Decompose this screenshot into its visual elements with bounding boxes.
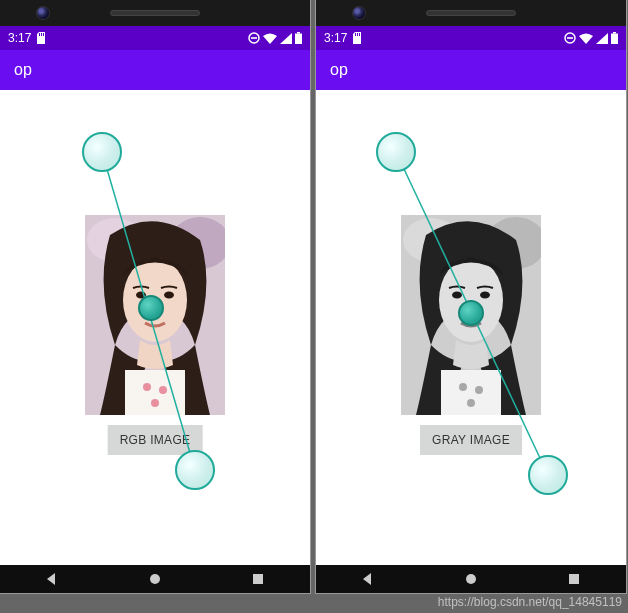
handle-circle-top[interactable] <box>82 132 122 172</box>
svg-point-30 <box>467 399 475 407</box>
signal-icon <box>596 33 608 44</box>
front-camera <box>352 6 366 20</box>
svg-rect-2 <box>297 32 300 34</box>
svg-point-26 <box>480 292 490 299</box>
wifi-icon <box>579 33 593 44</box>
nav-home-button[interactable] <box>451 565 491 593</box>
app-title: op <box>14 61 32 79</box>
wifi-icon <box>263 33 277 44</box>
nav-home-button[interactable] <box>135 565 175 593</box>
svg-point-9 <box>164 292 174 299</box>
svg-point-12 <box>159 386 167 394</box>
toggle-image-mode-button[interactable]: GRAY IMAGE <box>420 425 522 455</box>
app-bar: op <box>316 50 626 90</box>
svg-point-25 <box>452 292 462 299</box>
svg-point-29 <box>475 386 483 394</box>
handle-circle-bottom[interactable] <box>175 450 215 490</box>
signal-icon <box>280 33 292 44</box>
svg-rect-3 <box>295 34 302 45</box>
svg-rect-27 <box>441 370 501 415</box>
status-bar: 3:17 <box>0 26 310 50</box>
svg-point-24 <box>439 258 503 342</box>
svg-rect-18 <box>567 37 573 39</box>
status-left: 3:17 <box>324 31 363 45</box>
battery-icon <box>611 32 618 44</box>
handle-circle-top[interactable] <box>376 132 416 172</box>
nav-recent-button[interactable] <box>554 565 594 593</box>
svg-rect-10 <box>125 370 185 415</box>
status-bar: 3:17 <box>316 26 626 50</box>
speaker-grille <box>426 10 516 16</box>
status-right <box>248 32 302 44</box>
nav-bar <box>0 565 310 593</box>
sd-card-icon <box>37 32 47 44</box>
svg-rect-19 <box>613 32 616 34</box>
photo-rgb <box>85 215 225 415</box>
status-time: 3:17 <box>324 31 347 45</box>
app-bar: op <box>0 50 310 90</box>
front-camera <box>36 6 50 20</box>
svg-point-32 <box>466 574 476 584</box>
svg-point-15 <box>150 574 160 584</box>
svg-point-11 <box>143 383 151 391</box>
content-area: RGB IMAGE <box>0 90 310 565</box>
battery-icon <box>295 32 302 44</box>
status-time: 3:17 <box>8 31 31 45</box>
status-left: 3:17 <box>8 31 47 45</box>
do-not-disturb-icon <box>564 32 576 44</box>
nav-back-button[interactable] <box>348 565 388 593</box>
nav-recent-button[interactable] <box>238 565 278 593</box>
photo-gray <box>401 215 541 415</box>
status-right <box>564 32 618 44</box>
toggle-image-mode-button[interactable]: RGB IMAGE <box>108 425 203 455</box>
app-title: op <box>330 61 348 79</box>
svg-point-7 <box>123 258 187 342</box>
svg-point-13 <box>151 399 159 407</box>
do-not-disturb-icon <box>248 32 260 44</box>
phone-frame-right: 3:17 op <box>316 0 626 593</box>
nav-back-button[interactable] <box>32 565 72 593</box>
nav-bar <box>316 565 626 593</box>
svg-rect-33 <box>569 574 579 584</box>
phone-frame-left: 3:17 op <box>0 0 310 593</box>
handle-circle-bottom[interactable] <box>528 455 568 495</box>
sd-card-icon <box>353 32 363 44</box>
svg-rect-1 <box>251 37 257 39</box>
svg-point-8 <box>136 292 146 299</box>
svg-rect-16 <box>253 574 263 584</box>
watermark: https://blog.csdn.net/qq_14845119 <box>438 595 622 609</box>
svg-point-28 <box>459 383 467 391</box>
phone-top-bezel <box>0 0 310 26</box>
svg-rect-20 <box>611 34 618 45</box>
speaker-grille <box>110 10 200 16</box>
content-area: GRAY IMAGE <box>316 90 626 565</box>
phone-top-bezel <box>316 0 626 26</box>
